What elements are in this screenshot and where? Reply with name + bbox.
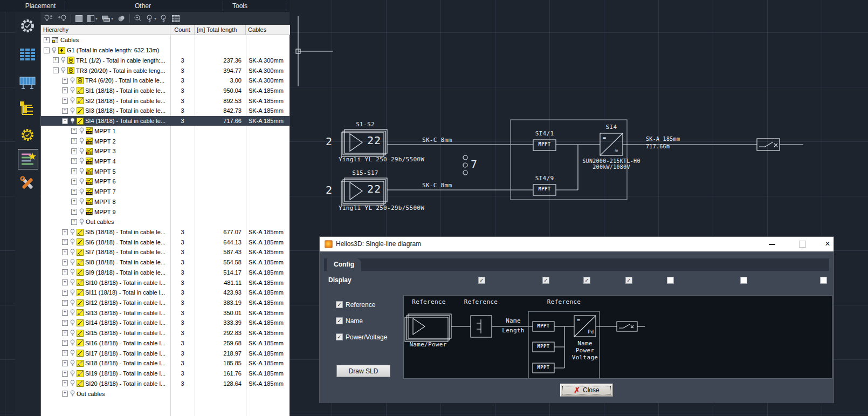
table-row[interactable]: +SI18 (18/18) - Total in cable l...3185.… [41,358,290,369]
expander-plus-icon[interactable]: + [71,168,77,174]
maximize-button[interactable] [799,241,806,248]
table-row[interactable]: +SI19 (18/18) - Total in cable l...3161.… [41,369,290,379]
display-checkbox[interactable] [740,277,747,284]
expander-plus-icon[interactable]: + [71,148,77,154]
expander-minus-icon[interactable]: - [44,47,50,53]
expander-plus-icon[interactable]: + [44,37,50,43]
pv-panel-icon[interactable] [18,73,37,93]
hierarchy-tree-icon[interactable] [18,99,37,119]
arrow-bulb-in-icon[interactable] [57,14,67,23]
table-row[interactable]: -G1 (Total in cable length: 632.13m) [41,45,290,56]
expander-plus-icon[interactable]: + [71,219,77,225]
display-checkbox[interactable]: ✓ [583,277,590,284]
expander-plus-icon[interactable]: + [62,279,68,285]
expander-plus-icon[interactable]: + [62,269,68,275]
square-filled-icon[interactable] [75,15,83,23]
expander-plus-icon[interactable]: + [62,350,68,356]
column-header-cables[interactable]: Cables [246,25,290,35]
table-row[interactable]: +Cables [41,35,290,45]
table-row[interactable]: +SI3 (18/18) - Total in cable le...3842.… [41,106,290,116]
bulb-price-icon[interactable]: $ [160,14,168,23]
display-checkbox[interactable]: ✓ [478,277,485,284]
expander-plus-icon[interactable]: + [62,229,68,235]
layer-rects-icon[interactable]: ▾ [101,15,113,23]
table-grid-icon[interactable] [171,15,180,23]
render-blob-icon[interactable] [117,15,126,23]
expander-plus-icon[interactable]: + [71,128,77,134]
settings-yellow-icon[interactable] [18,125,37,145]
expander-plus-icon[interactable]: + [62,78,68,84]
tools-icon[interactable] [18,174,37,193]
dialog-title-bar[interactable]: Helios3D: Single-line diagram × [320,237,833,251]
table-row[interactable]: +MPPT 5 [41,166,290,176]
expander-plus-icon[interactable]: + [71,138,77,144]
close-button[interactable]: ✗Close [560,384,613,397]
table-row[interactable]: +TR1 (1/2) - Total in cable length:...32… [41,55,290,65]
table-row[interactable]: +MPPT 7 [41,187,290,197]
expander-plus-icon[interactable]: + [62,260,68,265]
expander-plus-icon[interactable]: + [62,310,68,316]
table-row[interactable]: +MPPT 6 [41,176,290,187]
expander-minus-icon[interactable]: - [53,67,59,73]
menu-tab-tools[interactable]: Tools [224,0,256,12]
expander-plus-icon[interactable]: + [62,320,68,326]
table-row[interactable]: +SI7 (18/18) - Total in cable le...3587.… [41,247,290,257]
expander-plus-icon[interactable]: + [53,57,59,63]
expander-plus-icon[interactable]: + [62,239,68,245]
table-row[interactable]: +SI1 (18/18) - Total in cable le...3950.… [41,86,290,96]
reference-checkbox[interactable]: ✓ [336,301,343,308]
table-row[interactable]: +SI10 (18/18) - Total in cable l...3481.… [41,277,290,288]
bulb-arrow-out-icon[interactable] [44,14,53,23]
display-checkbox[interactable] [820,277,827,284]
expander-plus-icon[interactable]: + [62,290,68,296]
table-row[interactable]: +TR4 (6/20) - Total in cable le...33.00S… [41,76,290,86]
expander-plus-icon[interactable]: + [71,158,77,164]
table-row[interactable]: +SI20 (18/18) - Total in cable l...3128.… [41,378,290,388]
expander-plus-icon[interactable]: + [71,189,77,195]
table-row[interactable]: +MPPT 2 [41,136,290,146]
power-voltage-checkbox[interactable]: ✓ [336,333,343,340]
draw-sld-button[interactable]: Draw SLD [336,365,390,377]
expander-plus-icon[interactable]: + [62,380,68,386]
table-row[interactable]: +Out cables [41,388,290,399]
expander-plus-icon[interactable]: + [62,87,68,93]
expander-plus-icon[interactable]: + [62,340,68,346]
module-table-icon[interactable] [18,45,37,65]
expander-plus-icon[interactable]: + [62,98,68,104]
table-row[interactable]: +MPPT 8 [41,197,290,207]
table-row[interactable]: +SI9 (18/18) - Total in cable le...3514.… [41,268,290,278]
tab-config[interactable]: Config [327,258,361,271]
table-row[interactable]: +MPPT 1 [41,126,290,136]
menu-tab-placement[interactable]: Placement [16,0,65,12]
display-checkbox[interactable]: ✓ [542,277,549,284]
display-checkbox[interactable] [667,277,674,284]
expander-plus-icon[interactable]: + [62,360,68,366]
square-split-icon[interactable]: ▾ [87,15,98,23]
column-header-count[interactable]: Count [170,25,195,35]
table-row[interactable]: +SI14 (18/18) - Total in cable l...3333.… [41,318,290,328]
zoom-scale-icon[interactable] [134,14,142,23]
expander-plus-icon[interactable]: + [71,179,77,185]
table-row[interactable]: -TR3 (20/20) - Total in cable leng...339… [41,65,290,76]
table-row[interactable]: +SI12 (18/18) - Total in cable l...3383.… [41,298,290,308]
table-row[interactable]: +SI8 (18/18) - Total in cable le...3554.… [41,257,290,268]
table-row[interactable]: +SI15 (18/18) - Total in cable l...3292.… [41,328,290,338]
expander-minus-icon[interactable]: - [62,118,68,124]
bulb-price-dropdown-icon[interactable]: $▾ [146,14,156,23]
table-row[interactable]: -SI4 (18/18) - Total in cable le...3717.… [41,116,290,126]
expander-plus-icon[interactable]: + [62,371,68,377]
table-row[interactable]: +SI2 (18/18) - Total in cable le...3892.… [41,96,290,106]
table-row[interactable]: +SI13 (18/18) - Total in cable l...3350.… [41,308,290,318]
table-row[interactable]: +MPPT 4 [41,156,290,167]
table-row[interactable]: +Out cables [41,217,290,227]
expander-plus-icon[interactable]: + [71,199,77,204]
expander-plus-icon[interactable]: + [62,300,68,306]
expander-plus-icon[interactable]: + [62,249,68,255]
sld-list-icon[interactable] [18,149,38,169]
table-row[interactable]: +MPPT 3 [41,146,290,156]
table-row[interactable]: +SI5 (18/18) - Total in cable le...3677.… [41,227,290,237]
table-row[interactable]: +SI6 (18/18) - Total in cable le...3644.… [41,237,290,247]
expander-plus-icon[interactable]: + [71,209,77,215]
expander-plus-icon[interactable]: + [62,391,68,397]
column-header-total-length[interactable]: [m] Total length [195,25,246,35]
